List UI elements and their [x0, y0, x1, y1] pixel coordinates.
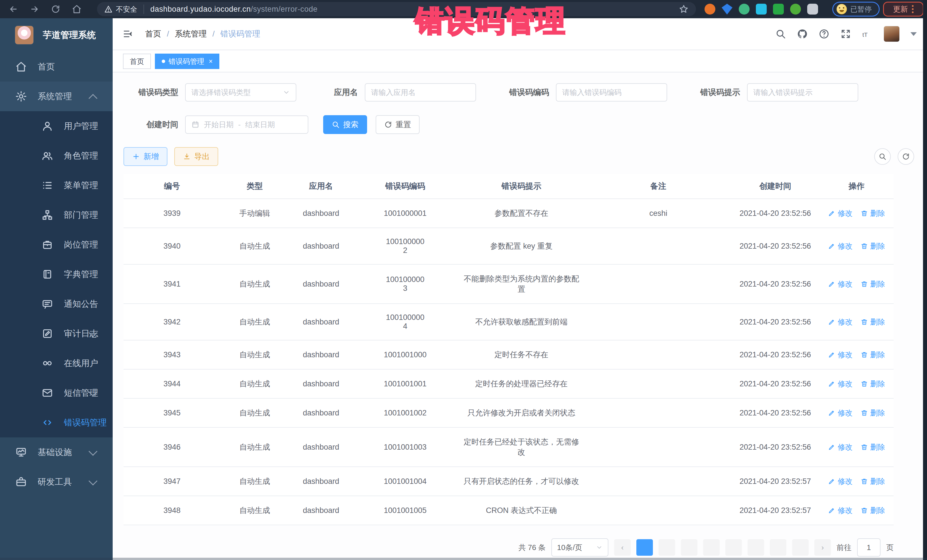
browser-home-icon[interactable] [72, 4, 82, 14]
edit-link[interactable]: 修改 [828, 279, 853, 289]
header-search-icon[interactable] [775, 29, 786, 39]
user-avatar[interactable] [884, 26, 900, 42]
fullscreen-icon[interactable] [840, 29, 851, 39]
cell-app: dashboard [289, 199, 353, 228]
sidebar-item-字典管理[interactable]: 字典管理 [0, 260, 112, 289]
sidebar-item-部门管理[interactable]: 部门管理 [0, 200, 112, 230]
tab-close-icon[interactable]: × [209, 58, 213, 65]
sidebar-item-在线用户[interactable]: 在线用户 [0, 348, 112, 378]
delete-link[interactable]: 删除 [860, 477, 885, 486]
page-number-button[interactable] [703, 539, 720, 556]
goto-page-input[interactable]: 1 [857, 538, 880, 557]
edit-pencil-icon [828, 478, 836, 485]
sidebar-item-label: 角色管理 [64, 150, 98, 162]
avatar-caret-down-icon[interactable] [910, 32, 917, 36]
reload-icon[interactable] [51, 4, 61, 14]
goto-label: 前往 [837, 543, 851, 552]
address-bar[interactable]: 不安全 dashboard.yudao.iocoder.cn/system/er… [97, 2, 696, 16]
infra-icon [15, 446, 27, 458]
page-number-button[interactable] [748, 539, 764, 556]
search-icon [332, 121, 340, 129]
page-number-button[interactable] [659, 539, 675, 556]
sidebar-item-首页[interactable]: 首页 [0, 52, 112, 82]
cell-code: 1001001004 [353, 467, 457, 496]
delete-link[interactable]: 删除 [860, 317, 885, 327]
font-size-icon[interactable]: tT [862, 29, 873, 39]
sidebar-item-岗位管理[interactable]: 岗位管理 [0, 230, 112, 260]
edit-link[interactable]: 修改 [828, 408, 853, 418]
calendar-icon [191, 121, 199, 129]
delete-link[interactable]: 删除 [860, 408, 885, 418]
edit-link[interactable]: 修改 [828, 208, 853, 219]
app-name-input[interactable]: 请输入应用名 [365, 83, 476, 102]
delete-link[interactable]: 删除 [860, 208, 885, 219]
edit-link[interactable]: 修改 [828, 350, 853, 360]
next-page-button[interactable]: › [815, 539, 831, 556]
error-code-label: 错误码编码 [503, 87, 549, 98]
app-logo-row[interactable]: 芋道管理系统 [0, 18, 112, 52]
refresh-table-button[interactable] [898, 148, 914, 165]
cell-time: 2021-04-20 23:52:56 [731, 264, 819, 304]
delete-link[interactable]: 删除 [860, 505, 885, 516]
delete-link[interactable]: 删除 [860, 442, 885, 452]
toggle-search-button[interactable] [874, 148, 891, 165]
sidebar-item-研发工具[interactable]: 研发工具 [0, 467, 112, 497]
edit-link[interactable]: 修改 [828, 477, 853, 486]
prev-page-button[interactable]: ‹ [614, 539, 631, 556]
delete-link[interactable]: 删除 [860, 379, 885, 389]
sidebar-item-角色管理[interactable]: 角色管理 [0, 141, 112, 170]
browser-update-button[interactable]: 更新 [883, 2, 924, 17]
page-number-button[interactable] [725, 539, 742, 556]
page-tab[interactable]: 错误码管理 × [155, 54, 219, 69]
help-icon[interactable] [819, 29, 830, 39]
bookmark-star-icon[interactable] [679, 4, 688, 14]
security-chip[interactable]: 不安全 [104, 5, 144, 14]
add-button[interactable]: 新增 [123, 147, 167, 166]
table-row: 3942 自动生成 dashboard 100100000 4 不允许获取敏感配… [123, 304, 894, 340]
error-code-table: 编号 类型 应用名 错误码编码 错误码提示 备注 创建时间 操作 3939 手动… [123, 174, 894, 525]
hamburger-icon[interactable] [123, 29, 133, 39]
sidebar-item-用户管理[interactable]: 用户管理 [0, 111, 112, 141]
page-tab[interactable]: 首页 [123, 54, 151, 69]
cell-code: 1001001005 [353, 496, 457, 525]
sidebar-item-菜单管理[interactable]: 菜单管理 [0, 170, 112, 200]
reset-button[interactable]: 重置 [375, 115, 419, 134]
page-number-button[interactable] [636, 539, 653, 556]
delete-link[interactable]: 删除 [860, 241, 885, 251]
sidebar-item-基础设施[interactable]: 基础设施 [0, 437, 112, 467]
sidebar-item-通知公告[interactable]: 通知公告 [0, 289, 112, 319]
cell-app: dashboard [289, 264, 353, 304]
error-type-select[interactable]: 请选择错误码类型 [185, 83, 296, 102]
edit-link[interactable]: 修改 [828, 442, 853, 452]
error-code-input[interactable]: 请输入错误码编码 [556, 83, 667, 102]
delete-link[interactable]: 删除 [860, 350, 885, 360]
page-size-select[interactable]: 10条/页 [552, 538, 608, 557]
page-number-button[interactable] [770, 539, 786, 556]
cell-id: 3939 [123, 199, 220, 228]
edit-link[interactable]: 修改 [828, 379, 853, 389]
refresh-icon [902, 153, 910, 161]
edit-link[interactable]: 修改 [828, 241, 853, 251]
github-icon[interactable] [797, 29, 808, 39]
edit-link[interactable]: 修改 [828, 505, 853, 516]
delete-link[interactable]: 删除 [860, 279, 885, 289]
app-title: 芋道管理系统 [43, 29, 96, 41]
search-button[interactable]: 搜索 [323, 115, 367, 134]
browser-menu-icon[interactable] [912, 5, 913, 13]
breadcrumb-home[interactable]: 首页 [145, 29, 161, 39]
forward-icon[interactable] [30, 4, 40, 14]
sidebar-item-错误码管理[interactable]: 错误码管理 [0, 408, 112, 437]
error-msg-input[interactable]: 请输入错误码提示 [747, 83, 858, 102]
export-button[interactable]: 导出 [174, 147, 218, 166]
browser-profile-chip[interactable]: 已暂停 [832, 2, 880, 17]
back-icon[interactable] [9, 4, 18, 14]
cell-app: dashboard [289, 304, 353, 340]
date-range-picker[interactable]: 开始日期 - 结束日期 [185, 115, 308, 134]
sidebar-item-短信管理[interactable]: 短信管理 [0, 378, 112, 408]
edit-link[interactable]: 修改 [828, 317, 853, 327]
sidebar-item-系统管理[interactable]: 系统管理 [0, 82, 112, 111]
breadcrumb-system[interactable]: 系统管理 [175, 29, 207, 39]
sidebar-item-审计日志[interactable]: 审计日志 [0, 319, 112, 348]
page-number-button[interactable] [792, 539, 808, 556]
page-number-button[interactable] [681, 539, 698, 556]
